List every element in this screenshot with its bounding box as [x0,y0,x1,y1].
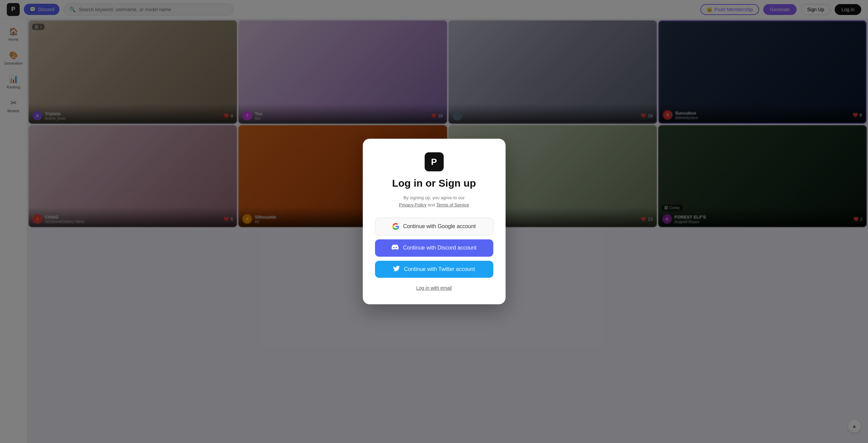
discord-icon [391,244,399,252]
google-icon [392,223,399,230]
twitter-auth-button[interactable]: Continue with Twitter account [375,261,493,278]
terms-of-service-link[interactable]: Terms of Service [436,202,469,207]
twitter-btn-label: Continue with Twitter account [404,266,475,272]
auth-modal: P Log in or Sign up By signing up, you a… [363,139,506,304]
modal-terms: By signing up, you agree to our Privacy … [399,194,469,209]
discord-btn-label: Continue with Discord account [403,245,476,251]
modal-logo: P [425,152,444,171]
modal-overlay[interactable]: P Log in or Sign up By signing up, you a… [0,0,868,443]
google-btn-label: Continue with Google account [403,223,476,229]
privacy-policy-link[interactable]: Privacy Policy [399,202,426,207]
email-login-link[interactable]: Log in with email [416,285,452,291]
modal-title: Log in or Sign up [392,177,476,189]
discord-auth-button[interactable]: Continue with Discord account [375,239,493,257]
google-auth-button[interactable]: Continue with Google account [375,218,493,235]
twitter-icon [393,266,400,273]
